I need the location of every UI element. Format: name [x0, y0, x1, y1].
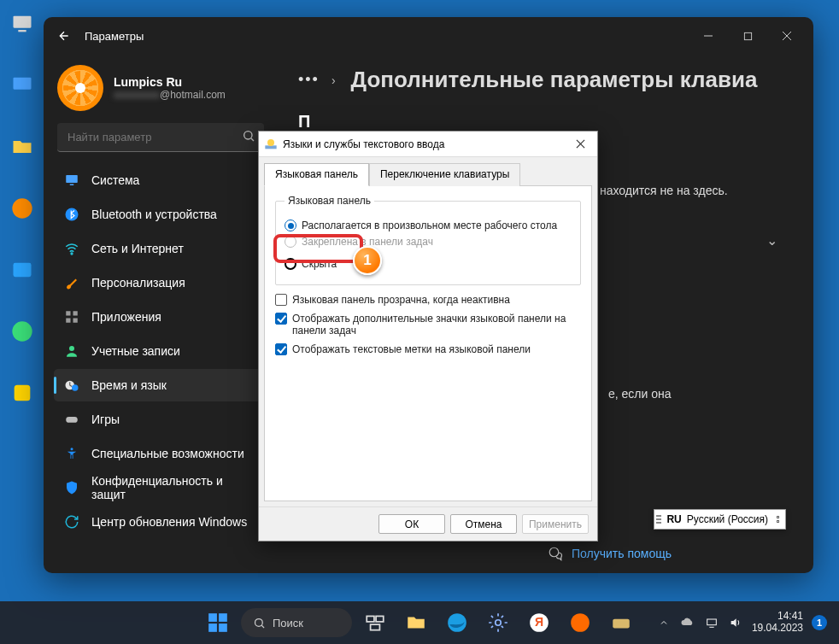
nav-update[interactable]: Центр обновления Windows [54, 506, 267, 538]
desktop-icon[interactable] [7, 70, 38, 101]
taskbar-app[interactable]: Я [521, 605, 557, 641]
svg-line-36 [261, 625, 264, 628]
profile[interactable]: Lumpics Ru xxxxxxxxx@hotmail.com [50, 61, 271, 123]
svg-rect-39 [371, 624, 380, 630]
breadcrumb: ••• › Дополнительные параметры клавиа [298, 67, 789, 93]
nav-personalization[interactable]: Персонализация [54, 266, 267, 299]
nav-apps[interactable]: Приложения [54, 301, 267, 333]
desktop-icon[interactable] [7, 193, 38, 224]
person-icon [64, 343, 79, 359]
task-view-button[interactable] [357, 605, 393, 641]
callout-badge: 1 [353, 246, 382, 275]
radio-icon [285, 220, 296, 231]
get-help-link[interactable]: Получить помощь [548, 546, 672, 561]
floating-language-bar[interactable]: RU Русский (Россия) [654, 509, 786, 530]
search-input[interactable] [57, 123, 264, 152]
nav-bluetooth[interactable]: Bluetooth и устройства [54, 198, 267, 231]
dialog-tabs: Языковая панель Переключение клавиатуры [259, 157, 597, 185]
nav-accounts[interactable]: Учетные записи [54, 335, 267, 367]
radio-floating[interactable]: Располагается в произвольном месте рабоч… [285, 220, 572, 231]
breadcrumb-ellipsis[interactable]: ••• [298, 71, 320, 89]
checkbox-text-labels[interactable]: Отображать текстовые метки на языковой п… [275, 343, 581, 355]
volume-icon[interactable] [728, 615, 743, 630]
taskbar-app[interactable] [562, 605, 598, 641]
gamepad-icon [64, 412, 79, 427]
svg-rect-33 [208, 624, 217, 632]
tab-keyboard-switch[interactable]: Переключение клавиатуры [369, 163, 520, 186]
checkbox-icon [275, 313, 287, 325]
svg-point-25 [71, 448, 73, 450]
dialog-close-button[interactable] [568, 135, 592, 154]
svg-rect-45 [613, 619, 630, 629]
nav-privacy[interactable]: Конфиденциальность и защит [54, 471, 267, 504]
desktop-icon[interactable] [7, 132, 38, 162]
update-icon [64, 514, 79, 530]
cancel-button[interactable]: Отмена [450, 514, 517, 534]
taskbar-app[interactable] [603, 605, 639, 641]
back-button[interactable] [50, 22, 78, 50]
tab-language-bar[interactable]: Языковая панель [264, 163, 369, 186]
close-button[interactable] [767, 22, 807, 50]
svg-rect-2 [14, 78, 32, 90]
svg-point-11 [244, 132, 252, 139]
nav-time-language[interactable]: Время и язык [54, 369, 267, 401]
apps-icon [64, 309, 79, 325]
checkbox-transparent[interactable]: Языковая панель прозрачна, когда неактив… [275, 294, 581, 306]
svg-point-5 [12, 321, 32, 341]
nav-gaming[interactable]: Игры [54, 403, 267, 436]
nav: Система Bluetooth и устройства Сеть и Ин… [50, 164, 271, 538]
ok-button[interactable]: ОК [378, 514, 445, 534]
svg-rect-8 [744, 32, 751, 39]
desktop-icon[interactable] [7, 9, 38, 39]
svg-point-23 [72, 384, 79, 391]
shield-icon [64, 480, 79, 495]
desktop-icon[interactable] [7, 316, 38, 347]
nav-accessibility[interactable]: Специальные возможности [54, 437, 267, 470]
svg-point-3 [12, 198, 32, 218]
card-text-fragment: находится не на здесь. [600, 183, 788, 200]
svg-rect-32 [219, 613, 227, 622]
svg-line-12 [251, 138, 254, 141]
nav-system[interactable]: Система [54, 164, 267, 196]
group-label: Языковая панель [285, 195, 374, 207]
svg-point-15 [66, 208, 79, 221]
svg-point-35 [255, 618, 263, 626]
taskbar-search[interactable]: Поиск [241, 608, 352, 637]
sidebar: Lumpics Ru xxxxxxxxx@hotmail.com Система… [44, 55, 274, 573]
taskbar-explorer[interactable] [398, 605, 434, 641]
svg-point-44 [571, 613, 590, 632]
taskbar-edge[interactable] [439, 605, 475, 641]
dialog-title: Языки и службы текстового ввода [283, 138, 568, 150]
taskbar-settings[interactable] [480, 605, 516, 641]
minimize-button[interactable] [689, 22, 728, 50]
svg-rect-38 [376, 616, 384, 622]
system-tray: 14:41 19.04.2023 1 [656, 611, 827, 635]
start-button[interactable] [200, 605, 236, 641]
svg-rect-4 [14, 263, 32, 277]
svg-rect-19 [66, 319, 70, 323]
dialog-icon [264, 138, 278, 151]
grip-icon[interactable] [656, 515, 661, 524]
taskbar-clock[interactable]: 14:41 19.04.2023 [752, 611, 803, 635]
checkbox-extra-icons[interactable]: Отображать дополнительные значки языково… [275, 313, 581, 337]
apply-button[interactable]: Применить [522, 514, 589, 534]
clock-globe-icon [64, 378, 79, 393]
restore-icon[interactable] [773, 516, 782, 523]
onedrive-icon[interactable] [680, 615, 695, 630]
chevron-down-icon[interactable]: ⌄ [766, 232, 777, 249]
svg-rect-18 [73, 311, 78, 315]
bluetooth-icon [64, 207, 79, 222]
language-dialog: Языки и службы текстового ввода Языковая… [258, 131, 598, 542]
notification-badge[interactable]: 1 [812, 615, 827, 630]
nav-network[interactable]: Сеть и Интернет [54, 232, 267, 265]
tray-expand-icon[interactable] [656, 615, 672, 630]
chevron-right-icon: › [331, 73, 336, 87]
network-tray-icon[interactable] [704, 615, 719, 630]
wifi-icon [64, 241, 79, 256]
svg-rect-24 [66, 417, 78, 423]
desktop-icon[interactable] [7, 255, 38, 285]
accessibility-icon [64, 446, 79, 461]
desktop-icon[interactable] [7, 378, 38, 408]
checkbox-icon [275, 343, 287, 355]
maximize-button[interactable] [728, 22, 767, 50]
